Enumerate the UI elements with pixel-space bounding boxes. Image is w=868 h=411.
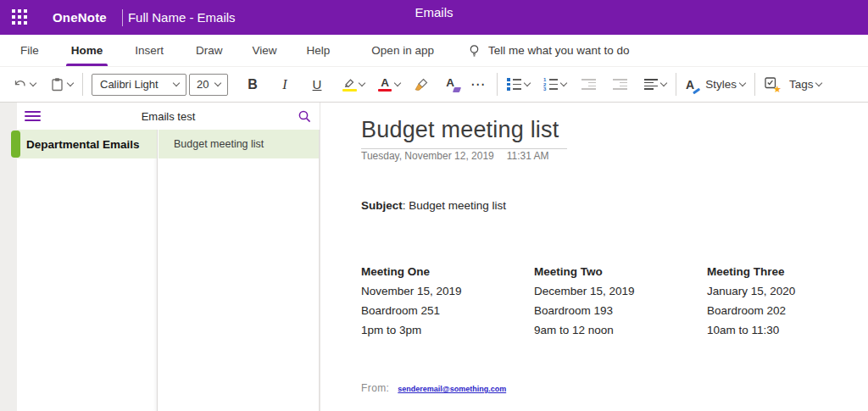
from-line: From: senderemail@something.com — [361, 382, 506, 394]
meeting-room: Boardroom 202 — [707, 301, 868, 320]
page-date-line: Tuesday, November 12, 2019 11:31 AM — [361, 150, 549, 162]
notebook-title[interactable]: Emails test — [17, 110, 320, 123]
clear-formatting-icon: A — [443, 77, 457, 92]
font-name-chevron-icon — [173, 80, 180, 86]
menu-home-label: Home — [71, 44, 103, 57]
menu-home[interactable]: Home — [70, 35, 105, 66]
meeting-room: Boardroom 251 — [361, 301, 534, 320]
menu-bar: File Home Insert Draw View Help Open in … — [0, 35, 868, 67]
meeting-name: Meeting Three — [707, 262, 868, 281]
clipboard-icon — [50, 77, 64, 92]
subject-label: Subject — [361, 199, 403, 212]
font-color-chevron-icon — [394, 80, 401, 86]
font-color-button[interactable]: A — [376, 75, 402, 94]
align-icon — [644, 79, 658, 90]
page-date: Tuesday, November 12, 2019 — [361, 150, 494, 162]
section-item-departmental-emails[interactable]: Departmental Emails — [17, 130, 157, 158]
bullets-chevron-icon — [524, 80, 531, 86]
meeting-date: November 15, 2019 — [361, 281, 534, 301]
section-list-pane: Departmental Emails — [17, 130, 158, 411]
document-center-title: Emails — [415, 5, 453, 19]
page-canvas[interactable]: Budget meeting list Tuesday, November 12… — [320, 103, 868, 411]
clear-formatting-button[interactable]: A — [442, 75, 459, 94]
sidebar-header: Emails test — [17, 103, 320, 130]
menu-insert[interactable]: Insert — [133, 35, 165, 66]
lightbulb-icon — [468, 44, 481, 58]
font-color-icon: A — [378, 77, 392, 92]
numbered-list-icon: 1 2 3 — [543, 78, 558, 91]
meeting-name: Meeting Two — [534, 262, 707, 281]
app-title-bar: OneNote Full Name - Emails Emails — [0, 0, 868, 35]
app-name[interactable]: OneNote — [53, 10, 107, 25]
font-size-value: 20 — [197, 78, 209, 91]
font-name-value: Calibri Light — [100, 78, 159, 91]
meeting-date: December 15, 2019 — [534, 281, 707, 301]
highlight-button[interactable] — [341, 75, 366, 94]
bullets-button[interactable] — [505, 75, 531, 93]
sidebar-panes: Departmental Emails Budget meeting list — [17, 130, 320, 411]
undo-button[interactable] — [11, 75, 37, 93]
menu-help[interactable]: Help — [305, 35, 332, 66]
tell-me-button[interactable]: Tell me what you want to do — [468, 44, 630, 58]
more-formatting-button[interactable]: ⋯ — [467, 75, 489, 93]
page-time: 11:31 AM — [507, 150, 549, 162]
subject-line: Subject: Budget meeting list — [361, 199, 506, 212]
format-painter-button[interactable] — [413, 75, 431, 94]
meeting-time: 9am to 12 noon — [534, 320, 707, 340]
numbering-button[interactable]: 1 2 3 — [542, 75, 568, 93]
menu-file[interactable]: File — [19, 35, 41, 66]
increase-indent-button[interactable] — [611, 76, 629, 92]
app-launcher-icon[interactable] — [12, 9, 29, 26]
meeting-time: 10am to 11:30 — [707, 320, 868, 340]
sender-email-link[interactable]: senderemail@something.com — [398, 385, 506, 393]
alignment-chevron-icon — [660, 80, 667, 86]
toolbar-separator — [754, 73, 755, 96]
tags-label: Tags — [789, 78, 814, 91]
meeting-time: 1pm to 3pm — [361, 320, 534, 340]
bold-button[interactable]: B — [240, 75, 265, 95]
meeting-name: Meeting One — [361, 262, 534, 281]
italic-button[interactable]: I — [272, 75, 298, 95]
page-title[interactable]: Budget meeting list — [361, 117, 567, 149]
format-painter-icon — [415, 78, 430, 92]
toolbar-separator — [82, 73, 83, 96]
meetings-table: Meeting One November 15, 2019 Boardroom … — [361, 262, 868, 340]
styles-label: Styles — [705, 78, 737, 91]
title-separator — [122, 9, 123, 26]
active-tab-indicator — [66, 64, 108, 66]
font-name-combobox[interactable]: Calibri Light — [92, 74, 186, 96]
section-color-tab — [11, 131, 20, 158]
page-item-label: Budget meeting list — [174, 138, 264, 150]
menu-draw[interactable]: Draw — [194, 35, 225, 66]
tag-icon: ★ — [765, 77, 780, 92]
tell-me-label: Tell me what you want to do — [488, 44, 630, 57]
styles-button[interactable]: A Styles — [684, 75, 747, 94]
page-item-budget-meeting-list[interactable]: Budget meeting list — [159, 130, 319, 158]
increase-indent-icon — [613, 79, 627, 90]
subject-value: : Budget meeting list — [403, 199, 506, 212]
highlighter-icon — [342, 77, 356, 92]
open-in-app-button[interactable]: Open in app — [370, 35, 436, 66]
section-label: Departmental Emails — [26, 138, 140, 151]
styles-icon: A — [686, 78, 697, 92]
page-list-pane: Budget meeting list — [159, 130, 320, 411]
paste-button[interactable] — [48, 75, 75, 94]
underline-button[interactable]: U — [304, 75, 330, 94]
notebook-window-title[interactable]: Full Name - Emails — [128, 10, 236, 25]
menu-view[interactable]: View — [251, 35, 279, 66]
meeting-column-one: Meeting One November 15, 2019 Boardroom … — [361, 262, 534, 340]
font-size-chevron-icon — [214, 80, 221, 86]
numbering-chevron-icon — [560, 80, 567, 86]
decrease-indent-button[interactable] — [580, 76, 598, 92]
alignment-button[interactable] — [643, 76, 668, 92]
meeting-room: Boardroom 193 — [534, 301, 707, 320]
bullet-list-icon — [507, 78, 521, 91]
meeting-column-three: Meeting Three January 15, 2020 Boardroom… — [707, 262, 868, 340]
paste-dropdown-chevron-icon — [67, 80, 74, 86]
meeting-date: January 15, 2020 — [707, 281, 868, 301]
toolbar-separator — [497, 73, 498, 96]
font-size-combobox[interactable]: 20 — [189, 74, 228, 96]
notebook-sidebar: Emails test Departmental Emails Budget m… — [17, 103, 320, 411]
undo-icon — [13, 78, 27, 91]
tags-button[interactable]: ★ Tags — [763, 75, 824, 94]
